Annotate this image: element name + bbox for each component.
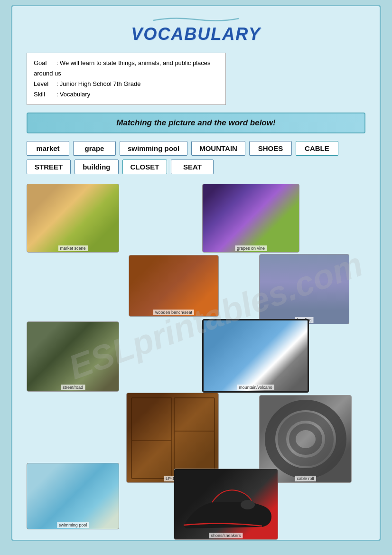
bench-label: wooden bench/seat (153, 310, 194, 315)
svg-rect-0 (131, 398, 172, 479)
image-building: building (259, 254, 349, 324)
word-closet[interactable]: CLOSET (122, 160, 168, 174)
level-text: : Junior High School 7th Grade (56, 80, 141, 87)
word-seat[interactable]: SEAT (171, 160, 214, 174)
shoes-label: shoes/sneakers (209, 533, 243, 538)
image-pool: swimming pool (27, 463, 119, 529)
goal-line: Goal : We will learn to state things, an… (34, 58, 219, 79)
words-grid: market grape swimming pool MOUNTAIN SHOE… (27, 141, 365, 174)
page-title: VOCABULARY (27, 24, 365, 44)
word-shoes[interactable]: SHOES (249, 141, 292, 156)
images-container: ESLprintables.com market scene grapes on… (27, 184, 365, 526)
skill-text: : Vocabulary (56, 91, 91, 98)
word-mountain[interactable]: MOUNTAIN (191, 141, 245, 156)
image-road: street/road (27, 321, 119, 392)
word-cable[interactable]: CABLE (296, 141, 338, 156)
info-box: Goal : We will learn to state things, an… (27, 53, 226, 105)
road-label: street/road (61, 385, 85, 390)
image-mountain: mountain/volcano (202, 319, 309, 393)
word-market[interactable]: market (27, 141, 69, 156)
level-line: Level : Junior High School 7th Grade (34, 79, 219, 89)
goal-text: : We will learn to state things, animals… (34, 59, 211, 77)
svg-point-6 (292, 427, 319, 452)
page: VOCABULARY Goal : We will learn to state… (11, 5, 381, 541)
title-area: VOCABULARY (27, 16, 365, 44)
goal-label: Goal (34, 58, 55, 68)
word-building[interactable]: building (75, 160, 118, 174)
grape-label: grapes on vine (235, 245, 267, 251)
skill-line: Skill : Vocabulary (34, 89, 219, 100)
word-street[interactable]: STREET (27, 160, 71, 174)
skill-label: Skill (34, 89, 55, 100)
image-shoes: shoes/sneakers (174, 469, 278, 540)
word-grape[interactable]: grape (73, 141, 116, 156)
image-grape: grapes on vine (202, 184, 299, 253)
image-market: market scene (27, 184, 119, 253)
svg-point-7 (241, 500, 255, 509)
cable-label: cable roll (295, 476, 316, 481)
title-decoration (27, 16, 365, 22)
matching-banner: Matching the picture and the word below! (27, 113, 365, 133)
pool-label: swimming pool (57, 522, 89, 528)
svg-rect-1 (174, 398, 215, 479)
market-label: market scene (58, 245, 87, 251)
mountain-label: mountain/volcano (237, 385, 274, 390)
level-label: Level (34, 79, 55, 89)
image-bench: wooden bench/seat (129, 255, 219, 317)
word-swimming-pool[interactable]: swimming pool (120, 141, 187, 156)
